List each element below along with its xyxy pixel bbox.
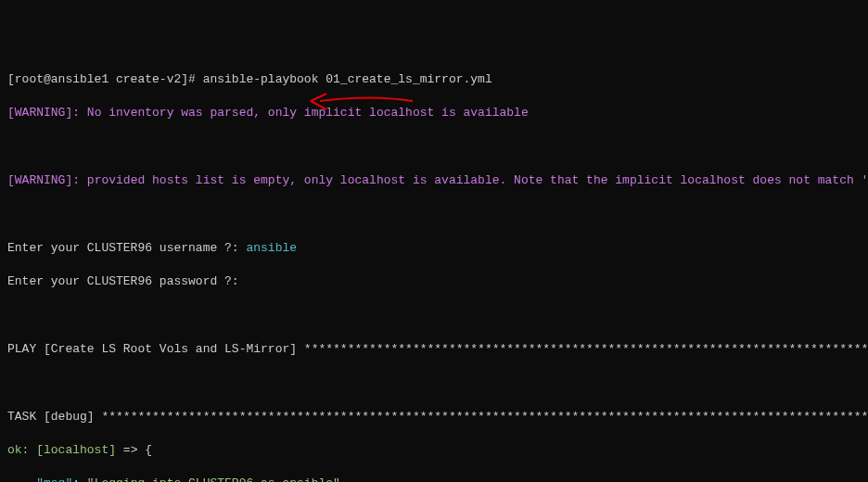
warning-text: No inventory was parsed, only implicit l…: [87, 106, 529, 120]
password-prompt: Enter your CLUSTER96 password ?:: [7, 274, 239, 288]
task-label: TASK [debug]: [7, 410, 101, 424]
play-label: PLAY [Create LS Root Vols and LS-Mirror]: [7, 342, 304, 356]
warning-line-1: [WARNING]: No inventory was parsed, only…: [7, 105, 861, 121]
task-stars: ****************************************…: [101, 410, 868, 424]
command-line: [root@ansible1 create-v2]# ansible-playb…: [7, 71, 861, 88]
msg-line: "msg": "Logging into CLUSTER96 as ansibl…: [7, 476, 861, 482]
blank-line: [7, 374, 861, 391]
task-result: ok: [localhost] => {: [7, 442, 861, 459]
blank-line: [7, 206, 861, 222]
username-prompt-line: Enter your CLUSTER96 username ?: ansible: [7, 240, 861, 257]
username-value: ansible: [246, 241, 297, 255]
play-header: PLAY [Create LS Root Vols and LS-Mirror]…: [7, 341, 861, 358]
warning-label: [WARNING]:: [7, 173, 87, 187]
result-brace: => {: [116, 443, 152, 457]
msg-key: "msg": [7, 476, 72, 482]
warning-text: provided hosts list is empty, only local…: [87, 173, 868, 187]
msg-colon: :: [72, 476, 87, 482]
play-stars: ****************************************…: [304, 342, 868, 356]
command-text: ansible-playbook 01_create_ls_mirror.yml: [203, 72, 492, 86]
blank-line: [7, 307, 861, 323]
task-header: TASK [debug] ***************************…: [7, 409, 861, 425]
warning-label: [WARNING]:: [7, 106, 87, 120]
ok-status: ok: [localhost]: [7, 443, 116, 457]
blank-line: [7, 139, 861, 156]
username-prompt: Enter your CLUSTER96 username ?:: [7, 241, 246, 255]
warning-line-2: [WARNING]: provided hosts list is empty,…: [7, 172, 861, 189]
shell-prompt: [root@ansible1 create-v2]#: [7, 72, 203, 86]
msg-value: "Logging into CLUSTER96 as ansible": [87, 476, 340, 482]
password-prompt-line: Enter your CLUSTER96 password ?:: [7, 273, 861, 290]
